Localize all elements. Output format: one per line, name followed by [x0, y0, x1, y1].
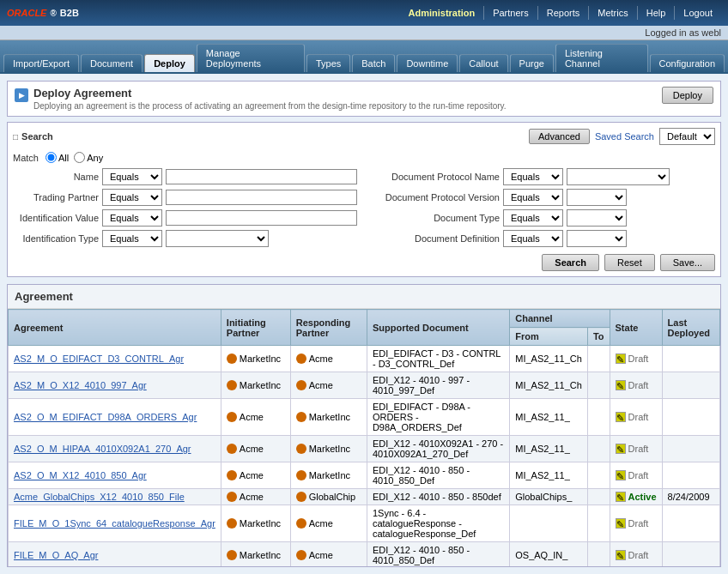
tab-configuration[interactable]: Configuration: [650, 54, 725, 72]
doc-type-value-select[interactable]: [567, 209, 627, 227]
search-button-row: Search Reset Save...: [13, 254, 715, 271]
state-value: Active: [628, 492, 657, 502]
cell-responding-partner: Acme: [290, 505, 367, 542]
tab-document[interactable]: Document: [81, 54, 143, 72]
responding-partner-name: MarketInc: [309, 412, 350, 422]
edit-icon[interactable]: ✎: [616, 353, 626, 364]
edit-icon[interactable]: ✎: [616, 518, 626, 529]
cell-agreement-name[interactable]: FILE_M_O_1Sync_64_catalogueResponse_Agr: [9, 505, 221, 542]
partner-icon: [227, 353, 237, 364]
name-input[interactable]: [166, 169, 357, 184]
page-title-area: ▶ Deploy Agreement Deploying an agreemen…: [15, 87, 507, 111]
agreement-link[interactable]: AS2_M_O_EDIFACT_D3_CONTRL_Agr: [14, 353, 184, 364]
cell-channel-to: [587, 346, 610, 372]
match-any-radio[interactable]: [74, 152, 85, 163]
agreement-link[interactable]: FILE_M_O_1Sync_64_catalogueResponse_Agr: [14, 518, 215, 529]
nav-metrics[interactable]: Metrics: [588, 6, 636, 20]
tab-manage-deployments[interactable]: Manage Deployments: [197, 44, 305, 72]
doc-definition-value-select[interactable]: [567, 230, 627, 247]
doc-protocol-name-op-select[interactable]: Equals: [503, 168, 563, 185]
identification-type-label: Identification Type: [13, 233, 99, 244]
doc-definition-op-select[interactable]: Equals: [503, 230, 563, 247]
page-title-text: Deploy Agreement Deploying an agreement …: [33, 87, 507, 111]
identification-type-op-select[interactable]: Equals: [102, 230, 162, 247]
tab-bar: Import/Export Document Deploy Manage Dep…: [0, 40, 728, 74]
agreement-section: Agreement Agreement Initiating Partner R…: [7, 284, 721, 567]
edit-icon[interactable]: ✎: [616, 550, 626, 560]
advanced-button[interactable]: Advanced: [529, 129, 590, 144]
cell-channel-from: MI_AS2_11_: [510, 436, 588, 462]
cell-initiating-partner: MarketInc: [221, 372, 290, 399]
tab-import-export[interactable]: Import/Export: [3, 54, 79, 72]
collapse-icon[interactable]: □: [13, 132, 18, 142]
deploy-button[interactable]: Deploy: [662, 87, 713, 104]
agreement-table-container[interactable]: Agreement Initiating Partner Responding …: [8, 309, 720, 566]
agreement-link[interactable]: AS2_O_M_HIPAA_4010X092A1_270_Agr: [14, 444, 191, 454]
state-value: Draft: [628, 550, 649, 560]
initiating-partner-name: Acme: [240, 470, 264, 480]
tab-types[interactable]: Types: [306, 54, 350, 72]
deploy-icon: ▶: [15, 88, 28, 102]
match-all-label[interactable]: All: [46, 152, 69, 163]
cell-initiating-partner: MarketInc: [221, 505, 290, 542]
tab-purge[interactable]: Purge: [510, 54, 554, 72]
doc-protocol-version-op-select[interactable]: Equals: [503, 189, 563, 206]
edit-icon[interactable]: ✎: [616, 470, 626, 480]
edit-icon[interactable]: ✎: [616, 492, 626, 502]
agreement-link[interactable]: FILE_M_O_AQ_Agr: [14, 550, 98, 560]
identification-value-op-select[interactable]: Equals: [102, 209, 162, 227]
saved-search-select[interactable]: Default: [659, 128, 715, 145]
th-initiating-partner: Initiating Partner: [221, 310, 290, 346]
tab-deploy[interactable]: Deploy: [144, 54, 195, 72]
nav-reports[interactable]: Reports: [537, 6, 589, 20]
agreement-link[interactable]: Acme_GlobalChips_X12_4010_850_File: [14, 492, 185, 502]
agreement-link[interactable]: AS2_M_O_X12_4010_997_Agr: [14, 380, 147, 390]
trading-partner-op-select[interactable]: Equals: [102, 189, 162, 206]
nav-help[interactable]: Help: [637, 6, 675, 20]
table-row: FILE_M_O_AQ_Agr MarketInc Acme EDI_X12 -…: [9, 542, 720, 567]
nav-logout[interactable]: Logout: [674, 6, 721, 20]
edit-icon[interactable]: ✎: [616, 412, 626, 422]
name-op-select[interactable]: Equals: [102, 168, 162, 185]
cell-agreement-name[interactable]: AS2_M_O_EDIFACT_D3_CONTRL_Agr: [9, 346, 221, 372]
search-title: □ Search: [13, 131, 53, 142]
reset-button[interactable]: Reset: [604, 254, 655, 271]
doc-protocol-version-row: Document Protocol Version Equals: [371, 189, 715, 206]
nav-administration[interactable]: Administration: [400, 6, 484, 20]
state-value: Draft: [628, 470, 649, 480]
doc-protocol-version-value-select[interactable]: [567, 189, 627, 206]
cell-last-deployed: 8/24/2009: [662, 489, 719, 505]
edit-icon[interactable]: ✎: [616, 380, 626, 390]
identification-type-value-select[interactable]: [166, 230, 269, 247]
partner-icon: [296, 518, 306, 529]
save-button[interactable]: Save...: [660, 254, 715, 271]
partner-icon: [296, 412, 306, 422]
match-all-radio[interactable]: [46, 152, 57, 163]
responding-partner-name: Acme: [309, 353, 333, 364]
tab-callout[interactable]: Callout: [459, 54, 507, 72]
cell-agreement-name[interactable]: AS2_M_O_X12_4010_997_Agr: [9, 372, 221, 399]
search-button[interactable]: Search: [542, 254, 599, 271]
partner-icon: [296, 470, 306, 480]
agreement-link[interactable]: AS2_O_M_EDIFACT_D98A_ORDERS_Agr: [14, 412, 197, 422]
doc-type-op-select[interactable]: Equals: [503, 209, 563, 227]
doc-protocol-name-value-select[interactable]: [567, 168, 670, 185]
agreement-link[interactable]: AS2_O_M_X12_4010_850_Agr: [14, 470, 147, 480]
identification-value-input[interactable]: [166, 210, 357, 226]
cell-agreement-name[interactable]: AS2_O_M_EDIFACT_D98A_ORDERS_Agr: [9, 399, 221, 436]
cell-agreement-name[interactable]: AS2_O_M_X12_4010_850_Agr: [9, 462, 221, 489]
tab-listening-channel[interactable]: Listening Channel: [555, 44, 648, 72]
cell-agreement-name[interactable]: Acme_GlobalChips_X12_4010_850_File: [9, 489, 221, 505]
initiating-partner-name: MarketInc: [240, 353, 281, 364]
cell-channel-from: MI_AS2_11_Ch: [510, 346, 588, 372]
cell-agreement-name[interactable]: AS2_O_M_HIPAA_4010X092A1_270_Agr: [9, 436, 221, 462]
tab-batch[interactable]: Batch: [352, 54, 395, 72]
match-any-label[interactable]: Any: [74, 152, 103, 163]
cell-responding-partner: Acme: [290, 542, 367, 567]
tab-downtime[interactable]: Downtime: [397, 54, 458, 72]
trading-partner-input[interactable]: [166, 190, 357, 205]
edit-icon[interactable]: ✎: [616, 444, 626, 454]
cell-agreement-name[interactable]: FILE_M_O_AQ_Agr: [9, 542, 221, 567]
nav-partners[interactable]: Partners: [483, 6, 537, 20]
partner-icon: [296, 444, 306, 454]
